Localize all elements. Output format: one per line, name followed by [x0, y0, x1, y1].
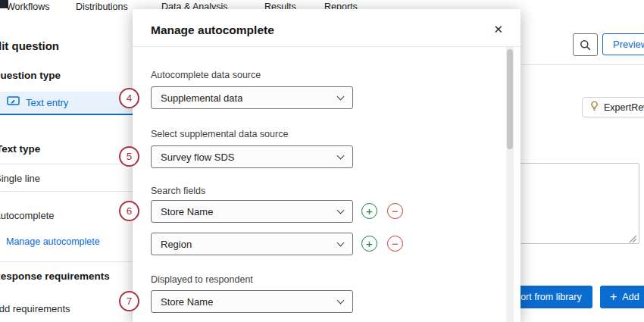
chevron-down-icon	[337, 239, 345, 247]
add-search-field-button[interactable]: +	[361, 236, 377, 252]
lightbulb-icon	[589, 101, 599, 114]
step-badge-5: 5	[119, 146, 139, 167]
select-value: Survey flow SDS	[161, 152, 235, 163]
modal-scrollbar-thumb[interactable]	[507, 49, 513, 149]
step-badge-6: 6	[119, 201, 139, 221]
resize-grip-icon[interactable]	[628, 233, 637, 242]
divider	[0, 164, 133, 164]
text-entry-icon	[7, 96, 20, 110]
search-button[interactable]	[573, 33, 598, 56]
divider	[0, 261, 133, 262]
autocomplete-data-source-label: Autocomplete data source	[151, 70, 261, 80]
add-search-field-button[interactable]: +	[361, 203, 377, 219]
expert-review-button[interactable]: ExpertReview	[582, 97, 644, 117]
option-autocomplete[interactable]: Autocomplete	[0, 210, 55, 221]
nav-item-distributions[interactable]: Distributions	[76, 2, 128, 12]
response-requirements-heading: Response requirements	[0, 270, 110, 282]
toolbar-divider	[521, 64, 644, 65]
add-requirements-option[interactable]: Add requirements	[0, 303, 70, 314]
supplemental-source-label: Select supplemental data source	[151, 129, 288, 139]
screen: Workflows Distributions Data & Analysis …	[0, 0, 644, 322]
chevron-down-icon	[337, 207, 345, 214]
dialog-header-divider	[133, 46, 521, 47]
question-type-selector[interactable]: Text entry	[0, 92, 133, 115]
search-field-select-1[interactable]: Store Name	[151, 200, 353, 223]
displayed-to-respondent-select[interactable]: Store Name	[151, 290, 353, 313]
expert-review-label: ExpertReview	[604, 102, 644, 113]
divider	[0, 191, 133, 192]
autocomplete-data-source-select[interactable]: Supplemental data	[151, 86, 353, 109]
remove-search-field-button[interactable]: −	[387, 236, 403, 252]
plus-icon: +	[610, 291, 617, 303]
step-badge-4: 4	[119, 88, 139, 108]
nav-item-workflows[interactable]: Workflows	[6, 2, 49, 12]
supplemental-source-select[interactable]: Survey flow SDS	[151, 145, 353, 168]
text-type-heading: Text type	[0, 143, 40, 155]
close-icon[interactable]: ✕	[492, 21, 505, 38]
chevron-down-icon	[337, 152, 345, 160]
chevron-down-icon	[337, 297, 345, 305]
search-fields-label: Search fields	[151, 186, 205, 196]
step-badge-7: 7	[119, 291, 139, 311]
selected-question-type-label: Text entry	[26, 97, 68, 108]
search-icon	[580, 39, 591, 51]
option-single-line[interactable]: Single line	[0, 173, 40, 184]
select-value: Supplemental data	[161, 92, 242, 104]
add-button-label: Add	[622, 292, 639, 302]
select-value: Region	[161, 239, 192, 250]
preview-button[interactable]: Preview	[602, 33, 644, 55]
manage-autocomplete-link[interactable]: Manage autocomplete	[6, 236, 100, 247]
select-value: Store Name	[161, 206, 213, 217]
select-value: Store Name	[161, 296, 213, 308]
question-type-heading: Question type	[0, 70, 61, 81]
add-button[interactable]: + Add	[600, 286, 644, 308]
search-field-select-2[interactable]: Region	[151, 233, 353, 255]
dialog-title: Manage autocomplete	[151, 23, 274, 37]
page-title: Edit question	[0, 39, 59, 52]
manage-autocomplete-dialog: Manage autocomplete ✕ Autocomplete data …	[133, 9, 521, 322]
chevron-down-icon	[337, 93, 345, 101]
displayed-to-respondent-label: Displayed to respondent	[151, 274, 253, 285]
remove-search-field-button[interactable]: −	[387, 203, 403, 219]
